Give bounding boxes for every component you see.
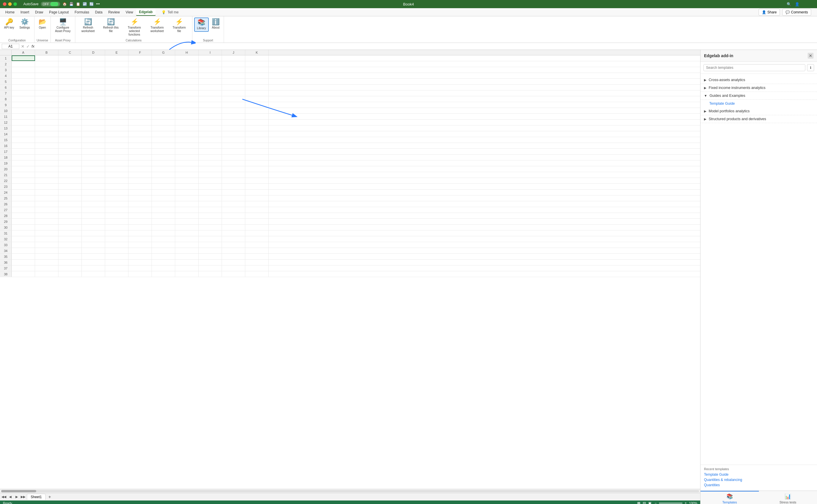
cell-H34[interactable]	[175, 248, 198, 253]
cell-K6[interactable]	[245, 85, 269, 90]
cell-F22[interactable]	[128, 178, 152, 183]
cell-A5[interactable]	[12, 79, 35, 84]
minimize-light[interactable]	[8, 2, 12, 6]
cell-K36[interactable]	[245, 260, 269, 265]
cell-K19[interactable]	[245, 160, 269, 166]
cell-G11[interactable]	[152, 114, 175, 119]
cell-F4[interactable]	[128, 73, 152, 78]
cell-E32[interactable]	[105, 236, 128, 242]
cell-B35[interactable]	[35, 254, 58, 259]
cell-F34[interactable]	[128, 248, 152, 253]
row-number[interactable]: 32	[0, 236, 12, 242]
cell-K17[interactable]	[245, 149, 269, 154]
cell-E4[interactable]	[105, 73, 128, 78]
cell-E31[interactable]	[105, 230, 128, 236]
fullscreen-light[interactable]	[13, 2, 17, 6]
redo-icon[interactable]: 🔄	[89, 2, 94, 6]
cell-D11[interactable]	[82, 114, 105, 119]
add-sheet-button[interactable]: +	[47, 494, 53, 500]
cell-H15[interactable]	[175, 137, 198, 143]
cell-G23[interactable]	[152, 184, 175, 189]
cell-A7[interactable]	[12, 90, 35, 96]
undo-icon[interactable]: ↩️	[83, 2, 87, 6]
cell-E5[interactable]	[105, 79, 128, 84]
cell-D26[interactable]	[82, 201, 105, 207]
cell-J10[interactable]	[222, 108, 245, 113]
cell-F33[interactable]	[128, 242, 152, 248]
cell-I35[interactable]	[198, 254, 222, 259]
cell-H37[interactable]	[175, 265, 198, 271]
cell-D25[interactable]	[82, 195, 105, 201]
tab-formulas[interactable]: Formulas	[71, 9, 92, 15]
cell-B10[interactable]	[35, 108, 58, 113]
cell-F30[interactable]	[128, 225, 152, 230]
cell-A13[interactable]	[12, 125, 35, 131]
col-header-j[interactable]: J	[222, 50, 245, 55]
cell-G20[interactable]	[152, 166, 175, 172]
row-number[interactable]: 21	[0, 172, 12, 178]
cell-I11[interactable]	[198, 114, 222, 119]
cell-H22[interactable]	[175, 178, 198, 183]
row-number[interactable]: 15	[0, 137, 12, 143]
cell-G34[interactable]	[152, 248, 175, 253]
row-number[interactable]: 6	[0, 85, 12, 90]
cell-I28[interactable]	[198, 213, 222, 218]
cell-E2[interactable]	[105, 61, 128, 67]
cell-K31[interactable]	[245, 230, 269, 236]
row-number[interactable]: 34	[0, 248, 12, 253]
cell-F19[interactable]	[128, 160, 152, 166]
cell-C34[interactable]	[58, 248, 82, 253]
cell-G7[interactable]	[152, 90, 175, 96]
cell-K37[interactable]	[245, 265, 269, 271]
cell-H1[interactable]	[175, 55, 198, 61]
recent-quantities-rebalancing[interactable]: Quantities & rebalancing	[704, 478, 813, 482]
cell-J27[interactable]	[222, 207, 245, 213]
cell-C11[interactable]	[58, 114, 82, 119]
cell-D24[interactable]	[82, 190, 105, 195]
cell-G3[interactable]	[152, 67, 175, 73]
cell-A8[interactable]	[12, 96, 35, 102]
cell-G16[interactable]	[152, 143, 175, 148]
row-number[interactable]: 23	[0, 184, 12, 189]
cell-F35[interactable]	[128, 254, 152, 259]
cell-K2[interactable]	[245, 61, 269, 67]
col-header-f[interactable]: F	[128, 50, 152, 55]
open-button[interactable]: 📂 Open	[36, 17, 49, 31]
tab-insert[interactable]: Insert	[18, 9, 32, 15]
row-number[interactable]: 2	[0, 61, 12, 67]
cell-I38[interactable]	[198, 271, 222, 277]
cell-A24[interactable]	[12, 190, 35, 195]
cell-K12[interactable]	[245, 120, 269, 125]
cell-A16[interactable]	[12, 143, 35, 148]
cell-I13[interactable]	[198, 125, 222, 131]
cell-D5[interactable]	[82, 79, 105, 84]
cell-I6[interactable]	[198, 85, 222, 90]
row-number[interactable]: 3	[0, 67, 12, 73]
cell-A1[interactable]	[12, 55, 35, 61]
cell-D1[interactable]	[82, 55, 105, 61]
cell-J25[interactable]	[222, 195, 245, 201]
cell-J21[interactable]	[222, 172, 245, 178]
cell-F18[interactable]	[128, 155, 152, 160]
cell-J35[interactable]	[222, 254, 245, 259]
cell-A14[interactable]	[12, 131, 35, 137]
cell-C2[interactable]	[58, 61, 82, 67]
cell-J38[interactable]	[222, 271, 245, 277]
cell-E19[interactable]	[105, 160, 128, 166]
cell-J4[interactable]	[222, 73, 245, 78]
cell-D10[interactable]	[82, 108, 105, 113]
cell-G29[interactable]	[152, 219, 175, 224]
row-number[interactable]: 12	[0, 120, 12, 125]
cell-H19[interactable]	[175, 160, 198, 166]
cell-G10[interactable]	[152, 108, 175, 113]
row-number[interactable]: 22	[0, 178, 12, 183]
cell-J15[interactable]	[222, 137, 245, 143]
cell-A2[interactable]	[12, 61, 35, 67]
cell-G14[interactable]	[152, 131, 175, 137]
cell-K22[interactable]	[245, 178, 269, 183]
cell-I4[interactable]	[198, 73, 222, 78]
cell-F28[interactable]	[128, 213, 152, 218]
cell-H24[interactable]	[175, 190, 198, 195]
cell-A6[interactable]	[12, 85, 35, 90]
cell-A34[interactable]	[12, 248, 35, 253]
